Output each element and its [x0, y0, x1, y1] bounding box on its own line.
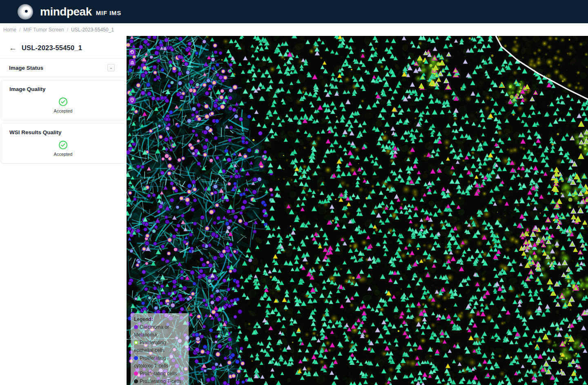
legend-dot-icon	[134, 379, 138, 383]
wsi-results-quality-status: Accepted	[54, 152, 73, 157]
legend-panel: Legend: Carcinoma or MelanomaProliferati…	[131, 313, 189, 385]
legend-item: Proliferating T-cells	[134, 378, 185, 385]
page-title: USL-2023-55450_1	[22, 44, 82, 52]
collapse-button[interactable]: -	[107, 64, 115, 71]
brand-name: mindpeak	[40, 5, 92, 18]
legend-title: Legend:	[134, 316, 185, 323]
breadcrumb-separator: /	[19, 27, 20, 33]
legend-item: Proliferating epithelial cells	[134, 339, 185, 354]
app-header: mindpeak MIF IMS	[0, 0, 588, 23]
sidebar: ← USL-2023-55450_1 Image Status - Image …	[0, 36, 127, 385]
rotate-view-button[interactable]	[129, 49, 136, 55]
image-quality-label: Image Quality	[9, 86, 117, 92]
legend-item: Proliferating cytotoxic T cells	[134, 354, 185, 370]
location-pin-button[interactable]	[128, 96, 136, 104]
image-status-label: Image Status	[9, 65, 43, 71]
mindpeak-logo-icon	[17, 3, 34, 20]
accepted-check-icon	[58, 97, 68, 106]
wsi-results-quality-label: WSI Results Quality	[9, 129, 117, 135]
breadcrumb: Home / MIF Tumor Screen / USL-2023-55450…	[0, 23, 588, 36]
wsi-viewer: Legend: Carcinoma or MelanomaProliferati…	[127, 36, 588, 385]
breadcrumb-separator: /	[67, 27, 68, 33]
legend-item: Carcinoma or Melanoma	[134, 323, 185, 339]
location-pin-icon	[129, 97, 135, 103]
breadcrumb-home[interactable]: Home	[3, 27, 16, 33]
image-quality-status: Accepted	[54, 108, 73, 113]
legend-open-circle-icon	[134, 341, 138, 345]
legend-item-label: Proliferating epithelial cells	[134, 340, 166, 353]
breadcrumb-current: USL-2023-55450_1	[71, 27, 114, 33]
image-quality-card: Image Quality Accepted	[1, 80, 125, 120]
breadcrumb-mif-tumor-screen[interactable]: MIF Tumor Screen	[23, 27, 64, 33]
divider	[0, 77, 126, 77]
back-button[interactable]: ←	[9, 44, 17, 52]
legend-dot-icon	[134, 356, 138, 360]
wsi-results-quality-card: WSI Results Quality Accepted	[1, 123, 125, 164]
accepted-check-icon	[58, 140, 68, 150]
legend-dot-icon	[134, 325, 138, 329]
legend-item-label: Proliferating cells	[140, 371, 177, 376]
legend-item-label: Proliferating cytotoxic T cells	[134, 355, 168, 369]
building-icon	[130, 60, 135, 65]
legend-item-label: Carcinoma or Melanoma	[134, 324, 169, 338]
legend-dot-icon	[134, 372, 138, 376]
legend-item-label: Proliferating T-cells	[140, 378, 181, 384]
building-button[interactable]	[129, 59, 136, 66]
rotate-icon	[130, 50, 135, 55]
legend-item: Proliferating cells	[134, 370, 185, 378]
product-name: MIF IMS	[96, 9, 121, 16]
wsi-image-canvas[interactable]	[127, 36, 588, 385]
